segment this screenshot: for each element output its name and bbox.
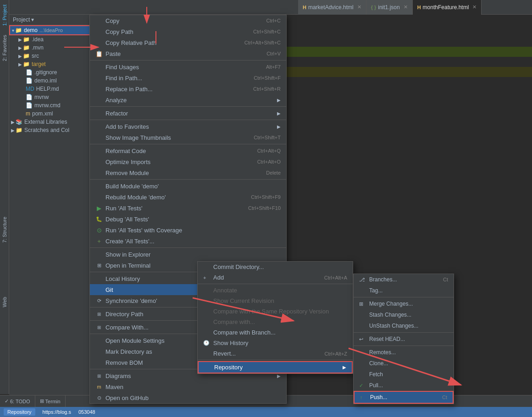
- bottom-tab-todo[interactable]: ✓ 6: TODO: [0, 395, 35, 407]
- reformat-icon: [95, 147, 103, 154]
- history-icon: [95, 275, 103, 282]
- tree-item-idea[interactable]: ▶ 📁 .idea: [9, 35, 100, 44]
- menu-item-show-thumbnails[interactable]: Show Image Thumbnails Ctrl+Shift+T: [90, 132, 286, 143]
- tab-label-init: init1.json: [378, 4, 399, 11]
- tree-item-demo[interactable]: ▾ 📁 demo ...\IdeaPro: [9, 25, 100, 35]
- menu-item-remove-module[interactable]: Remove Module Delete: [90, 167, 286, 178]
- tree-item-demo-iml[interactable]: 📄 demo.iml: [9, 77, 100, 85]
- repo-label-tag: Tag...: [369, 287, 382, 294]
- status-hash[interactable]: 053048: [78, 409, 95, 415]
- git-item-commit[interactable]: Commit Directory...: [198, 262, 353, 272]
- tab-init-json[interactable]: { } init1.json ✕: [366, 0, 413, 15]
- tabs-bar: H marketAdvice.html ✕ { } init1.json ✕ H…: [0, 0, 532, 15]
- menu-item-build-module[interactable]: Build Module 'demo': [90, 181, 286, 192]
- tree-item-mvn[interactable]: ▶ 📁 .mvn: [9, 44, 100, 52]
- folder-icon-src: 📁: [23, 53, 30, 59]
- repo-item-pull[interactable]: ✓ Pull...: [354, 380, 454, 391]
- repo-item-fetch[interactable]: Fetch: [354, 369, 454, 380]
- git-item-show-history[interactable]: 🕐 Show History: [198, 338, 353, 348]
- git-item-revert[interactable]: Revert... Ctrl+Alt+Z: [198, 348, 353, 359]
- repo-item-remotes[interactable]: Remotes...: [354, 347, 454, 358]
- arrow-icon: ▾: [12, 28, 14, 33]
- tree-label-help-md: HELP.md: [36, 86, 59, 92]
- tree-item-help-md[interactable]: MD HELP.md: [9, 85, 100, 93]
- menu-item-copy-rel-path[interactable]: Copy Relative Path Ctrl+Alt+Shift+C: [90, 37, 286, 48]
- menu-item-optimize[interactable]: Optimize Imports Ctrl+Alt+O: [90, 156, 286, 167]
- side-label-structure[interactable]: 7: Structure: [0, 212, 9, 247]
- menu-label-optimize: Optimize Imports: [105, 159, 248, 165]
- menu-shortcut-copy-rel: Ctrl+Alt+Shift+C: [244, 40, 281, 45]
- repo-item-clone[interactable]: Clone...: [354, 358, 454, 369]
- tree-label-mvn: .mvn: [32, 44, 44, 51]
- repo-item-reset-head[interactable]: ↩ Reset HEAD...: [354, 334, 454, 345]
- git-item-compare-branch[interactable]: Compare with Branch...: [198, 327, 353, 338]
- tree-item-gitignore[interactable]: 📄 .gitignore: [9, 68, 100, 77]
- tab-close-month[interactable]: ✕: [472, 4, 477, 10]
- menu-item-show-explorer[interactable]: Show in Explorer: [90, 249, 286, 260]
- menu-item-run-coverage[interactable]: ⊙ Run 'All Tests' with Coverage: [90, 225, 286, 236]
- menu-item-copy-path[interactable]: Copy Path Ctrl+Shift+C: [90, 26, 286, 37]
- repo-label-remotes: Remotes...: [369, 349, 396, 356]
- bottom-tab-terminal[interactable]: ⊞ Termin: [35, 395, 66, 407]
- tree-item-src[interactable]: ▶ 📁 src: [9, 52, 100, 60]
- repo-item-stash[interactable]: Stash Changes...: [354, 309, 454, 320]
- tab-close-init[interactable]: ✕: [404, 4, 408, 10]
- terminal-icon-bt: ⊞: [40, 398, 44, 404]
- arrow-idea: ▶: [18, 37, 22, 42]
- separator-6: [90, 247, 286, 248]
- repo-item-merge[interactable]: ⊞ Merge Changes...: [354, 298, 454, 309]
- tree-item-ext-libs[interactable]: ▶ 📚 External Libraries: [9, 118, 100, 126]
- menu-item-analyze[interactable]: Analyze ▶: [90, 94, 286, 105]
- menu-shortcut-thumbnails: Ctrl+Shift+T: [254, 135, 281, 140]
- dropdown-arrow: ▾: [31, 16, 34, 23]
- status-hash-label: 053048: [78, 409, 95, 415]
- menu-label-run-tests: Run 'All Tests': [105, 205, 239, 212]
- git-item-add[interactable]: + Add Ctrl+Alt+A: [198, 272, 353, 283]
- repo-item-tag[interactable]: Tag...: [354, 285, 454, 296]
- project-dropdown[interactable]: Project ▾: [13, 16, 34, 23]
- tree-item-scratches[interactable]: ▶ 📁 Scratches and Col: [9, 126, 100, 134]
- menu-item-maven[interactable]: m Maven: [90, 381, 286, 392]
- menu-item-add-favorites[interactable]: Add to Favorites ▶: [90, 121, 286, 132]
- menu-item-github[interactable]: ⊙ Open on GitHub: [90, 392, 286, 403]
- project-label: Project: [13, 16, 30, 23]
- menu-label-copy-rel-path: Copy Relative Path: [105, 39, 235, 46]
- git-label-show-revision: Show Current Revision: [213, 297, 274, 304]
- tab-close-market[interactable]: ✕: [357, 4, 361, 10]
- git-item-repository[interactable]: Repository ▶: [198, 361, 353, 373]
- menu-item-create-tests[interactable]: + Create 'All Tests'...: [90, 236, 286, 247]
- git-shortcut-revert: Ctrl+Alt+Z: [324, 351, 347, 357]
- tree-item-pom-xml[interactable]: m pom.xml: [9, 110, 100, 118]
- side-label-web[interactable]: Web: [0, 292, 9, 312]
- explorer-icon: [95, 251, 103, 258]
- status-url[interactable]: https://blog.s: [43, 409, 71, 415]
- menu-item-paste[interactable]: 📋 Paste Ctrl+V: [90, 48, 286, 59]
- menu-item-replace-path[interactable]: Replace in Path... Ctrl+Shift+R: [90, 83, 286, 94]
- repo-item-push[interactable]: ↑ Push... Ct: [354, 391, 454, 404]
- git-label-add: Add: [213, 274, 224, 281]
- repo-item-branches[interactable]: ⎇ Branches... Ct: [354, 274, 454, 285]
- project-header: Project ▾ ⚙: [9, 15, 100, 25]
- menu-item-find-usages[interactable]: Find Usages Alt+F7: [90, 61, 286, 72]
- menu-item-debug-tests[interactable]: 🐛 Debug 'All Tests': [90, 214, 286, 225]
- repo-item-unstash[interactable]: UnStash Changes...: [354, 320, 454, 331]
- tree-item-mvnw[interactable]: 📄 mvnw: [9, 93, 100, 101]
- status-bar: Repository https://blog.s 053048: [0, 407, 532, 417]
- tree-item-target[interactable]: ▶ 📁 target: [9, 60, 100, 68]
- main-area: Project ▾ ⚙ ▾ 📁 demo ...\IdeaPro ▶ 📁: [0, 15, 532, 395]
- menu-item-rebuild-module[interactable]: Rebuild Module 'demo' Ctrl+Shift+F9: [90, 192, 286, 203]
- menu-item-refactor[interactable]: Refactor ▶: [90, 108, 286, 119]
- menu-item-run-tests[interactable]: ▶ Run 'All Tests' Ctrl+Shift+F10: [90, 203, 286, 214]
- tree-item-mvnw-cmd[interactable]: 📄 mvnw.cmd: [9, 101, 100, 110]
- tab-market-advice[interactable]: H marketAdvice.html ✕: [298, 0, 366, 15]
- push-icon: ↑: [360, 395, 367, 400]
- menu-item-find-path[interactable]: Find in Path... Ctrl+Shift+F: [90, 72, 286, 83]
- side-label-favorites[interactable]: 2: Favorites: [0, 30, 9, 66]
- ide-container: 1: Project 2: Favorites 7: Structure Web…: [0, 0, 532, 417]
- menu-item-reformat[interactable]: Reformat Code Ctrl+Alt+Q: [90, 145, 286, 156]
- status-repository[interactable]: Repository: [4, 408, 35, 416]
- menu-item-copy[interactable]: Copy Ctrl+C: [90, 15, 286, 26]
- side-label-project[interactable]: 1: Project: [0, 0, 9, 30]
- status-url-label: https://blog.s: [43, 409, 71, 415]
- tab-month-feature[interactable]: H monthFeature.html ✕: [413, 0, 482, 15]
